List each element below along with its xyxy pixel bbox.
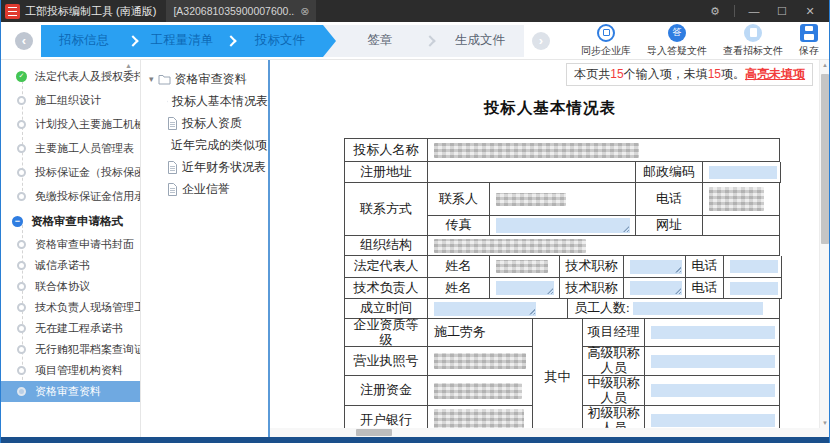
sidebar-item[interactable]: 无在建工程承诺书 <box>1 318 140 339</box>
step-toolbar: ‹ 招标信息 工程量清单 投标文件 签章 生成文件 › 同步企业库 答 导入答疑… <box>1 22 829 60</box>
tree-root[interactable]: ▾ 资格审查资料 <box>141 68 268 90</box>
close-button[interactable]: ✕ <box>797 0 823 22</box>
sync-enterprise-button[interactable]: 同步企业库 <box>581 24 631 58</box>
pending-dot-icon <box>17 192 26 201</box>
step-signature[interactable]: 签章 <box>336 25 424 57</box>
fill-status-notice: 本页共15个输入项，未填15项。高亮未填项 <box>566 63 813 86</box>
fax-label: 传真 <box>428 216 490 236</box>
tree-item[interactable]: 投标人基本情况表 <box>141 90 268 112</box>
staff-count-field[interactable] <box>633 302 763 315</box>
sidebar-item[interactable]: ✓法定代表人及授权委托书 <box>1 64 140 88</box>
maximize-button[interactable]: ☐ <box>769 0 795 22</box>
qual-level-value[interactable]: 施工劳务 <box>428 319 533 347</box>
org-structure-field-masked[interactable] <box>434 239 586 253</box>
qual-level-label: 企业资质等级 <box>345 319 428 347</box>
import-answer-file-button[interactable]: 答 导入答疑文件 <box>647 24 707 58</box>
tech-lead-phone-field[interactable] <box>730 282 778 295</box>
caret-down-icon[interactable]: ▾ <box>149 74 154 84</box>
sync-enterprise-icon <box>597 24 615 42</box>
step-bid-file[interactable]: 投标文件 <box>237 25 323 57</box>
senior-cell <box>645 347 780 376</box>
horizontal-scrollbar-thumb[interactable] <box>356 429 392 436</box>
reg-address-cell[interactable] <box>428 162 636 183</box>
mid-cell <box>645 376 780 406</box>
sidebar-item[interactable]: 技术负责人现场管理工作.. <box>1 297 140 318</box>
tree-item[interactable]: 投标人资质 <box>141 112 268 134</box>
bidder-name-cell <box>428 139 780 162</box>
sidebar-item[interactable]: 主要施工人员管理表 <box>1 136 140 160</box>
junior-field[interactable] <box>651 414 775 427</box>
phone-field-masked[interactable] <box>709 187 764 211</box>
postal-code-cell <box>703 162 781 183</box>
scroll-up-icon[interactable]: ▲ <box>820 60 829 70</box>
contact-person-field-masked[interactable] <box>496 193 566 206</box>
step-generate-file[interactable]: 生成文件 <box>436 25 524 57</box>
tech-lead-title-cell <box>624 278 686 299</box>
reg-capital-field-masked[interactable] <box>434 383 522 399</box>
pm-cell <box>645 319 780 347</box>
sidebar-section-1: ✓法定代表人及授权委托书 施工组织设计 计划投入主要施工机械设.. 主要施工人员… <box>1 64 140 208</box>
mid-field[interactable] <box>651 384 775 397</box>
save-button[interactable]: 保存 <box>799 24 819 58</box>
sidebar-item[interactable]: 施工组织设计 <box>1 88 140 112</box>
pm-field[interactable] <box>651 326 775 339</box>
legal-rep-label: 法定代表人 <box>345 256 428 278</box>
bidder-name-field-masked[interactable] <box>434 143 639 158</box>
legal-rep-phone-cell <box>724 256 782 278</box>
sidebar-item[interactable]: 免缴投标保证金信用承诺书 <box>1 184 140 208</box>
horizontal-scrollbar[interactable] <box>270 428 819 437</box>
sidebar-item[interactable]: 联合体协议 <box>1 276 140 297</box>
pending-dot-icon <box>17 96 26 105</box>
legal-rep-phone-field[interactable] <box>730 260 778 273</box>
legal-rep-name-cell <box>490 256 560 278</box>
chapter-sidebar: ▲ ✓法定代表人及授权委托书 施工组织设计 计划投入主要施工机械设.. 主要施工… <box>1 60 141 437</box>
pending-dot-icon <box>17 282 26 291</box>
form-pane: 本页共15个输入项，未填15项。高亮未填项 投标人基本情况表 投标人名称 注册地… <box>270 60 829 437</box>
tech-lead-title-field[interactable] <box>630 281 682 295</box>
sidebar-item[interactable]: 计划投入主要施工机械设.. <box>1 112 140 136</box>
senior-field[interactable] <box>651 355 775 368</box>
website-cell[interactable] <box>703 216 780 236</box>
sidebar-item[interactable]: 项目管理机构资料 <box>1 360 140 381</box>
founded-label: 成立时间 <box>345 299 428 319</box>
fax-field[interactable] <box>496 218 630 233</box>
sidebar-item[interactable]: 投标保证金（投标保函） <box>1 160 140 184</box>
tech-lead-label: 技术负责人 <box>345 278 428 299</box>
done-check-icon: ✓ <box>16 71 27 82</box>
chevron-right-icon <box>424 35 435 46</box>
license-no-field-masked[interactable] <box>434 353 526 369</box>
table-row: 成立时间 员工人数: <box>345 299 780 319</box>
view-tender-file-button[interactable]: 查看招标文件 <box>723 24 783 58</box>
sidebar-item-selected[interactable]: 资格审查资料 <box>1 381 140 402</box>
status-bar <box>1 437 829 443</box>
minimize-button[interactable]: — <box>741 0 767 22</box>
reg-capital-cell <box>428 376 533 406</box>
sidebar-section-header[interactable]: −资格审查申请格式 <box>1 208 140 234</box>
vertical-scrollbar-thumb[interactable] <box>821 74 829 244</box>
tree-item[interactable]: 近年财务状况表 <box>141 156 268 178</box>
wizard-steps: 招标信息 工程量清单 投标文件 签章 生成文件 <box>41 25 524 57</box>
tree-item[interactable]: 企业信誉 <box>141 178 268 200</box>
settings-gear-icon[interactable]: ⚙ <box>702 0 728 22</box>
active-steps-group: 招标信息 工程量清单 投标文件 <box>41 25 323 57</box>
sidebar-item[interactable]: 资格审查申请书封面 <box>1 234 140 255</box>
tree-item[interactable]: 近年完成的类似项目情况表 <box>141 134 268 156</box>
scroll-down-icon[interactable]: ▼ <box>820 418 829 428</box>
sidebar-item[interactable]: 诚信承诺书 <box>1 255 140 276</box>
highlight-unfilled-link[interactable]: 高亮未填项 <box>745 67 805 81</box>
document-tab[interactable]: [A320681035900007600... ⊗ <box>166 0 316 22</box>
legal-rep-title-field[interactable] <box>630 260 682 274</box>
sidebar-item[interactable]: 无行贿犯罪档案查询证明 <box>1 339 140 360</box>
legal-rep-name-field-masked[interactable] <box>496 260 548 273</box>
founded-field[interactable] <box>434 302 536 316</box>
back-step-button[interactable]: ‹ <box>15 32 33 50</box>
vertical-scrollbar[interactable]: ▲ ▼ <box>819 60 829 428</box>
step-boq[interactable]: 工程量清单 <box>139 25 225 57</box>
tab-close-icon[interactable]: ⊗ <box>300 5 309 18</box>
forward-step-button[interactable]: › <box>532 32 550 50</box>
step-tender-info[interactable]: 招标信息 <box>41 25 127 57</box>
reg-address-label: 注册地址 <box>345 162 428 183</box>
tech-lead-name-field[interactable] <box>496 281 554 295</box>
postal-code-field[interactable] <box>709 166 777 179</box>
view-tender-icon <box>744 24 762 42</box>
